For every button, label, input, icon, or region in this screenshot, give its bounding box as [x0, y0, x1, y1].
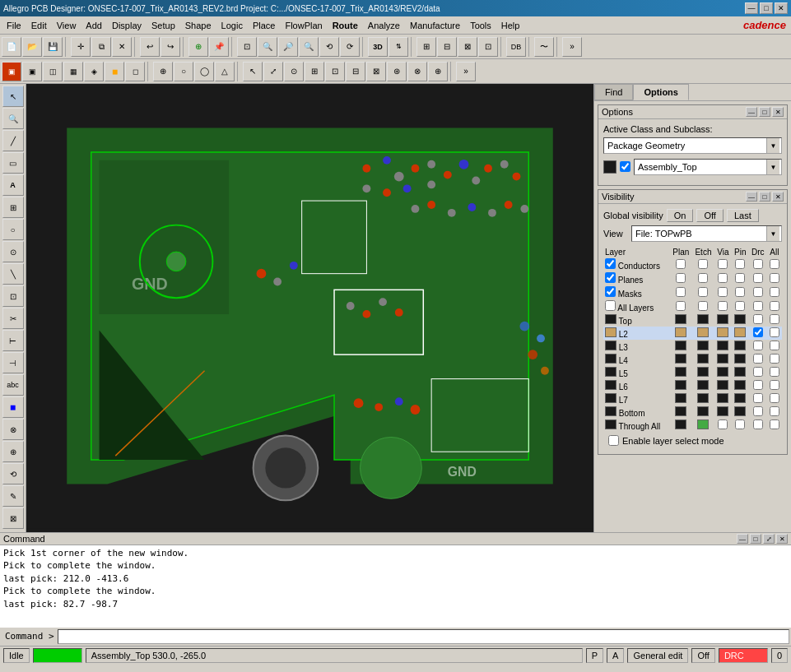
alllayers-via[interactable] — [718, 301, 728, 311]
lt-add-text[interactable]: A — [2, 174, 24, 196]
l6-plan-box[interactable] — [675, 380, 686, 390]
tb2-btn8[interactable]: ⊕ — [153, 62, 173, 81]
l5-pin-box[interactable] — [734, 367, 746, 377]
bottom-pin-box[interactable] — [734, 406, 746, 416]
l6-etch-box[interactable] — [697, 380, 709, 390]
lt-btn19[interactable]: ✎ — [2, 485, 24, 507]
tb-zoom-next[interactable]: ⟳ — [340, 37, 360, 57]
tb-copy[interactable]: ⧉ — [91, 37, 111, 57]
tb-zoom-in-rect[interactable]: 🔍 — [258, 37, 277, 57]
lt-btn12[interactable]: ⊢ — [2, 330, 24, 351]
top-drc[interactable] — [753, 314, 763, 324]
menu-add[interactable]: Add — [81, 19, 107, 32]
tb-grid4[interactable]: ⊡ — [478, 37, 498, 57]
tb-pin[interactable]: 📌 — [209, 37, 229, 57]
lt-btn20[interactable]: ⊠ — [2, 507, 24, 529]
l3-drc[interactable] — [753, 341, 763, 350]
vis-close[interactable]: ✕ — [772, 192, 784, 202]
command-input-field[interactable] — [58, 629, 789, 644]
menu-file[interactable]: File — [2, 19, 26, 32]
tb2-btn13[interactable]: ⊙ — [284, 62, 304, 81]
menu-route[interactable]: Route — [328, 19, 363, 32]
lt-btn14[interactable]: abc — [2, 374, 24, 396]
l3-pin-box[interactable] — [734, 341, 746, 350]
l3-plan-box[interactable] — [675, 341, 686, 350]
alllayers-pin[interactable] — [735, 301, 745, 311]
top-color[interactable] — [605, 314, 617, 324]
l4-color[interactable] — [605, 354, 617, 364]
l4-plan-box[interactable] — [675, 354, 686, 364]
masks-pin[interactable] — [735, 287, 745, 297]
planes-check[interactable] — [605, 272, 616, 283]
pad-btn[interactable]: P — [586, 648, 603, 663]
lt-btn7[interactable]: ○ — [2, 219, 24, 240]
options-minimize[interactable]: — — [746, 107, 757, 117]
tb2-btn18[interactable]: ⊛ — [387, 62, 407, 81]
l2-drc[interactable] — [753, 327, 763, 337]
menu-edit[interactable]: Edit — [26, 19, 52, 32]
l4-pin-box[interactable] — [734, 354, 746, 364]
alllayers-plan[interactable] — [676, 301, 686, 311]
menu-help[interactable]: Help — [496, 19, 525, 32]
tb-grid3[interactable]: ⊠ — [458, 37, 477, 57]
lt-btn8[interactable]: ⊙ — [2, 241, 24, 262]
close-btn[interactable]: ✕ — [775, 2, 788, 14]
tb-save[interactable]: 💾 — [43, 37, 63, 57]
tb-flip[interactable]: ⇅ — [389, 37, 408, 57]
alllayers-all[interactable] — [770, 301, 779, 311]
tb-snap[interactable]: ✛ — [71, 37, 91, 57]
top-plan-box[interactable] — [675, 314, 686, 324]
menu-display[interactable]: Display — [107, 19, 147, 32]
vis-on-btn[interactable]: On — [667, 209, 694, 222]
tb-3d[interactable]: 3D — [368, 37, 388, 57]
tb-more1[interactable]: » — [562, 37, 582, 57]
masks-drc[interactable] — [753, 287, 763, 297]
tb2-select[interactable]: ↖ — [243, 62, 263, 81]
l5-etch-box[interactable] — [697, 367, 709, 377]
tb2-btn7[interactable]: ◻ — [125, 62, 145, 81]
alllayers-check[interactable] — [605, 300, 616, 311]
masks-plan[interactable] — [676, 287, 686, 297]
masks-etch[interactable] — [698, 287, 708, 297]
top-all[interactable] — [770, 314, 779, 324]
conductors-pin[interactable] — [735, 259, 745, 269]
tab-options[interactable]: Options — [633, 84, 689, 100]
class-dropdown[interactable]: Package Geometry ▼ — [603, 137, 782, 154]
tb-delete[interactable]: ✕ — [112, 37, 132, 57]
lt-btn9[interactable]: ╲ — [2, 263, 24, 285]
l6-color[interactable] — [605, 380, 617, 390]
tb2-btn15[interactable]: ⊡ — [325, 62, 345, 81]
tb-open[interactable]: 📂 — [22, 37, 42, 57]
menu-place[interactable]: Place — [248, 19, 281, 32]
l6-pin-box[interactable] — [734, 380, 746, 390]
tb2-btn3[interactable]: ◫ — [43, 62, 63, 81]
command-popout[interactable]: ⤢ — [763, 534, 775, 544]
top-pin-box[interactable] — [734, 314, 746, 324]
conductors-etch[interactable] — [698, 259, 708, 269]
lt-btn16[interactable]: ⊗ — [2, 419, 24, 440]
l4-all[interactable] — [770, 354, 779, 364]
l6-drc[interactable] — [753, 380, 763, 390]
lt-add-line[interactable]: ╱ — [2, 130, 24, 151]
l2-via-box[interactable] — [717, 327, 728, 337]
top-etch-box[interactable] — [697, 314, 709, 324]
l3-all[interactable] — [770, 341, 779, 350]
l7-color[interactable] — [605, 393, 617, 403]
maximize-btn[interactable]: □ — [760, 2, 773, 14]
tb-grid1[interactable]: ⊞ — [416, 37, 436, 57]
options-restore[interactable]: □ — [759, 107, 770, 117]
l5-all[interactable] — [770, 367, 779, 377]
lt-btn11[interactable]: ✂ — [2, 308, 24, 329]
vis-off-btn[interactable]: Off — [696, 209, 723, 222]
tb-zoom-out[interactable]: 🔍 — [299, 37, 319, 57]
l2-pin-box[interactable] — [734, 327, 746, 337]
tb-new[interactable]: 📄 — [2, 37, 21, 57]
command-expand[interactable]: □ — [750, 534, 761, 544]
l2-etch-box[interactable] — [697, 327, 709, 337]
conductors-check[interactable] — [605, 258, 616, 269]
l5-via-box[interactable] — [717, 367, 728, 377]
l4-etch-box[interactable] — [697, 354, 709, 364]
bottom-plan-box[interactable] — [675, 406, 686, 416]
menu-logic[interactable]: Logic — [216, 19, 248, 32]
l5-drc[interactable] — [753, 367, 763, 377]
